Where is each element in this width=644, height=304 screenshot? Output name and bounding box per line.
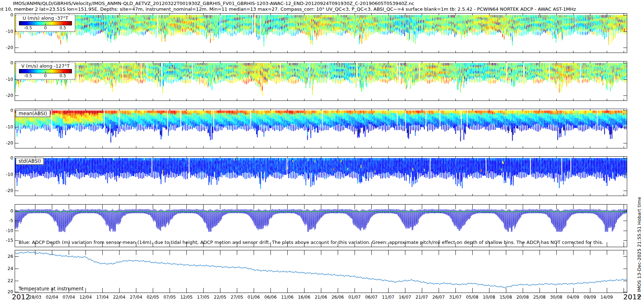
v-legend-title: V (m/s) along -127°T xyxy=(19,63,72,69)
x-date-label: 12/04 xyxy=(77,295,94,300)
panel-v-velocity: V (m/s) along -127°T -0.500.5 xyxy=(15,61,627,101)
x-date-label: 16/07 xyxy=(397,295,413,300)
x-date-label: 16/06 xyxy=(296,295,312,300)
x-date-label: 21/07 xyxy=(414,295,430,300)
colorbar-tick-label: 0.5 xyxy=(60,25,66,30)
colorbar-tick-label: 0.5 xyxy=(60,73,66,78)
colorbar-tick-label: -0.5 xyxy=(24,25,32,30)
colorbar-tick-label: -0.5 xyxy=(24,73,32,78)
y-tick-label: -10 xyxy=(3,124,13,129)
panel-mean-absi: mean(ABSI) xyxy=(15,109,627,148)
std-absi-heatmap xyxy=(15,157,627,196)
v-velocity-heatmap xyxy=(15,62,627,100)
v-colorbar xyxy=(19,69,72,73)
u-colorbar xyxy=(19,21,72,25)
x-date-label: 06/06 xyxy=(262,295,279,300)
y-tick-label: 0 xyxy=(3,60,13,65)
x-date-label: 30/08 xyxy=(548,295,565,300)
x-date-label: 20/08 xyxy=(514,295,531,300)
x-date-label: 27/05 xyxy=(229,295,245,300)
x-date-label: 06/07 xyxy=(363,295,380,300)
x-date-label: 09/09 xyxy=(582,295,598,300)
v-colorbar-legend: V (m/s) along -127°T -0.500.5 xyxy=(16,63,75,79)
u-legend-title: U (m/s) along -37°T xyxy=(19,15,72,21)
mean-absi-heatmap xyxy=(15,109,627,148)
figure: IMOS/ANMN/QLD/GBRHIS/Velocity/IMOS_ANMN-… xyxy=(0,0,644,304)
panel-adcp-depth: Blue: ADCP Depth (m) variation from sens… xyxy=(15,204,627,247)
x-date-label: 15/08 xyxy=(498,295,514,300)
y-tick-label: -20 xyxy=(3,45,13,50)
x-date-label: 25/08 xyxy=(531,295,548,300)
panel-u-velocity: U (m/s) along -37°T -0.500.5 xyxy=(15,13,627,53)
year-label-left: 2012 xyxy=(12,293,30,301)
x-date-label: 17/05 xyxy=(195,295,211,300)
x-date-label: 07/05 xyxy=(161,295,178,300)
y-tick-label: -10 xyxy=(3,228,13,233)
x-date-label: 11/06 xyxy=(279,295,296,300)
y-tick-label: 0 xyxy=(3,155,13,161)
x-date-label: 05/08 xyxy=(464,295,480,300)
y-tick-label: -10 xyxy=(3,172,13,177)
y-tick-label: -20 xyxy=(3,188,13,193)
x-date-label: 26/06 xyxy=(330,295,346,300)
figure-subtitle-deployment: Deployment 10, member 2 lat=23.51S lon=1… xyxy=(0,6,576,12)
temperature-line-plot xyxy=(15,250,627,293)
y-tick-label: -10 xyxy=(3,77,13,82)
y-tick-label: -5 xyxy=(3,218,13,223)
colorbar-tick-label: 0 xyxy=(44,25,47,30)
mean-absi-label: mean(ABSI) xyxy=(16,110,50,117)
u-velocity-heatmap xyxy=(15,14,627,53)
x-date-label: 14/09 xyxy=(599,295,615,300)
u-colorbar-tick-labels: -0.500.5 xyxy=(19,25,72,30)
depth-caption: Blue: ADCP Depth (m) variation from sens… xyxy=(19,240,603,245)
x-date-label: 17/04 xyxy=(94,295,111,300)
x-date-label: 31/07 xyxy=(447,295,464,300)
x-date-label: 21/06 xyxy=(313,295,329,300)
x-date-label: 27/04 xyxy=(128,295,144,300)
u-colorbar-legend: U (m/s) along -37°T -0.500.5 xyxy=(16,15,75,31)
y-tick-label: -20 xyxy=(3,93,13,98)
x-date-label: 01/06 xyxy=(245,295,262,300)
y-tick-label: 24 xyxy=(3,266,13,271)
y-tick-label: 0 xyxy=(3,208,13,214)
y-tick-label: 0 xyxy=(3,12,13,18)
panel-temperature: Temperature at instrument xyxy=(15,250,627,293)
x-date-label: 01/07 xyxy=(346,295,363,300)
std-absi-label: std(ABSI) xyxy=(16,158,44,165)
x-date-label: 10/08 xyxy=(481,295,497,300)
y-tick-label: 0 xyxy=(3,108,13,113)
x-date-label: 02/05 xyxy=(145,295,161,300)
y-tick-label: -15 xyxy=(3,237,13,243)
x-date-label: 22/04 xyxy=(111,295,127,300)
temperature-label: Temperature at instrument xyxy=(19,286,84,291)
y-tick-label: -20 xyxy=(3,140,13,146)
colorbar-tick-label: 0 xyxy=(44,73,47,78)
x-date-label: 02/04 xyxy=(44,295,60,300)
x-date-label: 22/05 xyxy=(212,295,228,300)
figure-title-filename: IMOS/ANMN/QLD/GBRHIS/Velocity/IMOS_ANMN-… xyxy=(13,1,414,6)
imos-copyright-watermark: © IMOS 13-Dec-2025 21:55:51 Hobart time xyxy=(636,197,642,298)
x-date-label: 04/09 xyxy=(565,295,581,300)
x-date-label: 07/04 xyxy=(60,295,77,300)
x-date-label: 26/07 xyxy=(430,295,447,300)
y-tick-label: 26 xyxy=(3,254,13,259)
x-date-label: 11/07 xyxy=(380,295,396,300)
v-colorbar-tick-labels: -0.500.5 xyxy=(19,73,72,78)
x-date-label: 12/05 xyxy=(178,295,195,300)
y-tick-label: 22 xyxy=(3,278,13,283)
y-tick-label: -10 xyxy=(3,29,13,34)
panel-std-absi: std(ABSI) xyxy=(15,156,627,196)
